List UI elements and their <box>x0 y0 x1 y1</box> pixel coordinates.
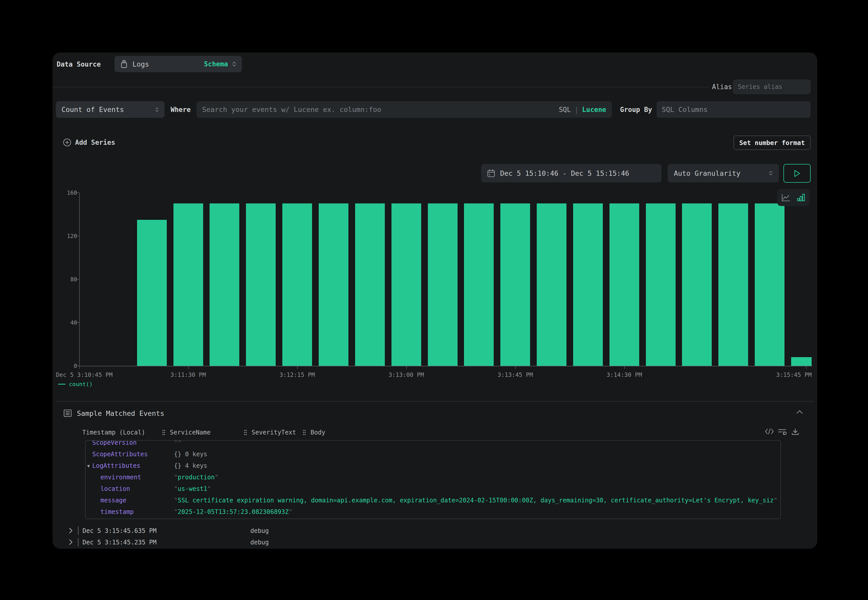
query-builder-panel: Data Source Logs Schema Alias Series ali… <box>53 53 817 549</box>
attribute-key[interactable]: LogAttributes <box>92 460 140 472</box>
attribute-row: ScopeVersion "" <box>86 440 780 448</box>
divider <box>56 401 814 402</box>
x-tick <box>406 367 407 369</box>
x-tick-label: 3:14:30 PM <box>607 371 642 378</box>
y-tick-label: 0 <box>59 363 77 369</box>
chevron-right-icon[interactable] <box>69 527 73 534</box>
column-header-timestamp[interactable]: Timestamp (Local) <box>82 429 145 436</box>
attribute-row: environment "production" <box>86 472 780 483</box>
x-tick-label: Dec 5 3:10:45 PM <box>56 371 113 378</box>
y-tick <box>77 192 79 193</box>
collapse-chevron-up-icon[interactable] <box>796 410 803 414</box>
drag-grip-icon[interactable] <box>303 430 306 435</box>
chart-type-switcher <box>777 189 810 206</box>
bar-chart: 04080120160 Dec 5 3:10:45 PM3:11:30 PM3:… <box>53 53 817 393</box>
chevron-right-icon[interactable] <box>69 539 73 545</box>
column-header-servicename-wrap[interactable]: ServiceName <box>162 429 211 436</box>
event-row[interactable]: Dec 5 3:15:45.235 PM debug <box>53 537 817 548</box>
drag-grip-icon[interactable] <box>162 430 165 435</box>
chart-bar <box>391 203 421 366</box>
event-severity: debug <box>250 539 269 546</box>
chart-bar <box>500 203 530 366</box>
bar-chart-icon[interactable] <box>797 194 805 202</box>
chart-bar <box>755 203 785 366</box>
chart-bar <box>246 203 276 366</box>
chart-bar <box>209 203 239 366</box>
chart-bar <box>573 203 603 366</box>
y-tick-label: 40 <box>59 320 77 326</box>
x-tick-label: 3:12:15 PM <box>280 371 315 378</box>
column-header-body[interactable]: Body <box>311 429 326 436</box>
events-section-title: Sample Matched Events <box>77 409 164 417</box>
y-tick-label: 120 <box>59 233 77 239</box>
attribute-row: location "us-west1" <box>86 483 780 495</box>
y-tick-label: 80 <box>59 276 77 283</box>
severity-indicator <box>78 526 79 535</box>
attribute-value: "2025-12-05T13:57:23.082306893Z" <box>174 506 292 518</box>
triangle-down-icon[interactable]: ▼ <box>87 460 90 472</box>
column-header-servicename[interactable]: ServiceName <box>170 429 211 436</box>
y-tick <box>77 236 79 236</box>
attribute-key[interactable]: ScopeVersion <box>92 440 136 448</box>
y-tick <box>77 365 79 366</box>
legend-series-label: count() <box>69 381 93 387</box>
chart-bar <box>173 203 203 366</box>
attribute-row: timestamp "2025-12-05T13:57:23.082306893… <box>86 506 780 518</box>
attribute-key[interactable]: location <box>100 483 130 495</box>
wrap-text-icon[interactable] <box>778 428 787 435</box>
chart-bar <box>355 203 385 366</box>
event-severity: debug <box>250 527 269 535</box>
chart-bar <box>464 203 494 366</box>
event-detail-panel: ScopeVersion "" ScopeAttributes {} 0 key… <box>85 440 781 519</box>
app-screen: Data Source Logs Schema Alias Series ali… <box>0 0 868 600</box>
chart-bar <box>319 203 348 366</box>
drag-grip-icon[interactable] <box>244 430 247 435</box>
column-header-body-wrap[interactable]: Body <box>303 429 326 436</box>
attribute-row: ▼ LogAttributes {} 4 keys <box>86 460 780 472</box>
x-tick <box>624 367 625 369</box>
attribute-row: message "SSL certificate expiration warn… <box>86 495 780 506</box>
x-tick-label: 3:11:30 PM <box>170 371 206 378</box>
chart-bar <box>682 203 712 366</box>
chart-bar <box>646 203 676 366</box>
x-tick-label: 3:13:00 PM <box>388 371 424 378</box>
attribute-value: "production" <box>174 472 218 483</box>
x-tick <box>297 367 298 369</box>
events-section-header[interactable]: Sample Matched Events <box>64 408 164 418</box>
list-icon <box>64 409 72 417</box>
attribute-key[interactable]: environment <box>100 472 141 483</box>
x-tick-label: 3:15:45 PM <box>776 371 812 378</box>
x-tick-label: 3:13:45 PM <box>498 371 533 378</box>
event-timestamp: Dec 5 3:15:45.635 PM <box>82 527 156 535</box>
event-row[interactable]: Dec 5 3:15:45.635 PM debug <box>53 525 817 536</box>
chart-plot <box>53 53 812 367</box>
x-tick <box>806 367 806 369</box>
download-icon[interactable] <box>791 428 799 435</box>
attribute-key[interactable]: timestamp <box>100 506 134 518</box>
code-icon[interactable] <box>765 428 774 435</box>
y-tick <box>77 279 79 279</box>
x-tick <box>515 367 516 369</box>
chart-bar <box>537 203 567 366</box>
severity-indicator <box>78 538 79 547</box>
attribute-row: ScopeAttributes {} 0 keys <box>86 448 780 460</box>
attribute-rows: ScopeVersion "" ScopeAttributes {} 0 key… <box>86 440 780 518</box>
chart-bar <box>609 203 639 366</box>
chart-bar <box>282 203 312 366</box>
attribute-key[interactable]: ScopeAttributes <box>92 448 148 460</box>
y-tick <box>77 322 79 323</box>
attribute-value: {} 0 keys <box>174 448 207 460</box>
column-header-severitytext-wrap[interactable]: SeverityText <box>244 429 296 436</box>
attribute-key[interactable]: message <box>100 495 126 506</box>
event-timestamp: Dec 5 3:15:45.235 PM <box>82 539 156 546</box>
x-tick <box>79 367 80 369</box>
chart-legend: count() <box>58 380 93 388</box>
chart-bar <box>428 203 457 366</box>
attribute-value: "SSL certificate expiration warning, dom… <box>174 495 777 506</box>
y-tick-label: 160 <box>59 189 77 196</box>
line-chart-icon[interactable] <box>782 194 790 202</box>
x-tick <box>188 367 189 369</box>
legend-swatch <box>58 384 65 385</box>
column-header-severitytext[interactable]: SeverityText <box>251 429 296 436</box>
chart-bar <box>718 203 748 366</box>
